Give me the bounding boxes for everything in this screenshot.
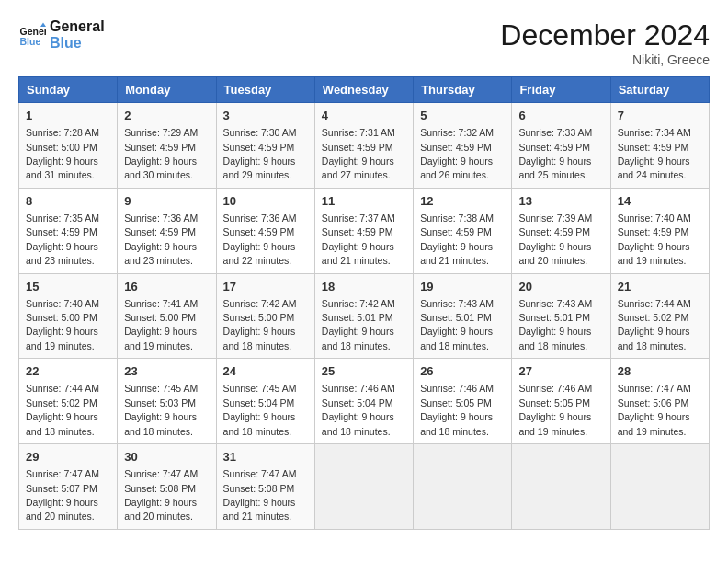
day-info: Sunrise: 7:47 AM Sunset: 5:06 PM Dayligh… — [618, 383, 691, 436]
day-info: Sunrise: 7:31 AM Sunset: 4:59 PM Dayligh… — [322, 127, 395, 180]
day-info: Sunrise: 7:45 AM Sunset: 5:03 PM Dayligh… — [124, 383, 198, 436]
day-info: Sunrise: 7:36 AM Sunset: 4:59 PM Dayligh… — [223, 213, 297, 266]
day-number: 12 — [420, 193, 505, 210]
day-info: Sunrise: 7:47 AM Sunset: 5:08 PM Dayligh… — [223, 468, 297, 522]
day-info: Sunrise: 7:35 AM Sunset: 4:59 PM Dayligh… — [26, 213, 99, 266]
col-header-sunday: Sunday — [19, 77, 118, 103]
day-number: 28 — [618, 363, 702, 380]
calendar-cell: 4Sunrise: 7:31 AM Sunset: 4:59 PM Daylig… — [314, 103, 413, 189]
day-number: 29 — [26, 449, 110, 465]
calendar-table: SundayMondayTuesdayWednesdayThursdayFrid… — [18, 76, 710, 530]
day-number: 9 — [124, 193, 209, 210]
day-info: Sunrise: 7:47 AM Sunset: 5:07 PM Dayligh… — [26, 468, 99, 522]
svg-text:Blue: Blue — [20, 35, 41, 46]
col-header-monday: Monday — [118, 77, 216, 103]
calendar-cell: 6Sunrise: 7:33 AM Sunset: 4:59 PM Daylig… — [512, 103, 610, 189]
day-info: Sunrise: 7:42 AM Sunset: 5:00 PM Dayligh… — [223, 298, 297, 351]
page-header: General Blue General Blue December 2024 … — [18, 18, 710, 67]
day-info: Sunrise: 7:40 AM Sunset: 5:00 PM Dayligh… — [26, 298, 99, 351]
calendar-cell: 22Sunrise: 7:44 AM Sunset: 5:02 PM Dayli… — [19, 359, 118, 444]
day-info: Sunrise: 7:44 AM Sunset: 5:02 PM Dayligh… — [618, 298, 691, 351]
logo: General Blue General Blue — [18, 18, 105, 51]
calendar-cell: 21Sunrise: 7:44 AM Sunset: 5:02 PM Dayli… — [610, 273, 709, 359]
col-header-tuesday: Tuesday — [216, 77, 314, 103]
day-number: 17 — [223, 279, 308, 295]
day-info: Sunrise: 7:28 AM Sunset: 5:00 PM Dayligh… — [26, 127, 99, 180]
calendar-cell: 10Sunrise: 7:36 AM Sunset: 4:59 PM Dayli… — [216, 188, 314, 273]
calendar-cell — [314, 444, 413, 530]
day-info: Sunrise: 7:46 AM Sunset: 5:04 PM Dayligh… — [322, 383, 395, 436]
day-info: Sunrise: 7:46 AM Sunset: 5:05 PM Dayligh… — [518, 383, 592, 436]
day-number: 24 — [223, 363, 308, 380]
day-info: Sunrise: 7:34 AM Sunset: 4:59 PM Dayligh… — [618, 127, 691, 180]
calendar-cell: 25Sunrise: 7:46 AM Sunset: 5:04 PM Dayli… — [314, 359, 413, 444]
logo-general: General — [50, 18, 105, 35]
day-number: 3 — [223, 108, 308, 124]
calendar-cell: 31Sunrise: 7:47 AM Sunset: 5:08 PM Dayli… — [216, 444, 314, 530]
calendar-cell: 13Sunrise: 7:39 AM Sunset: 4:59 PM Dayli… — [512, 188, 610, 273]
calendar-cell: 9Sunrise: 7:36 AM Sunset: 4:59 PM Daylig… — [118, 188, 216, 273]
calendar-cell: 28Sunrise: 7:47 AM Sunset: 5:06 PM Dayli… — [610, 359, 709, 444]
day-info: Sunrise: 7:45 AM Sunset: 5:04 PM Dayligh… — [223, 383, 297, 436]
svg-marker-2 — [40, 22, 46, 27]
calendar-cell: 17Sunrise: 7:42 AM Sunset: 5:00 PM Dayli… — [216, 273, 314, 359]
day-info: Sunrise: 7:44 AM Sunset: 5:02 PM Dayligh… — [26, 383, 99, 436]
day-number: 8 — [26, 193, 110, 210]
calendar-cell: 14Sunrise: 7:40 AM Sunset: 4:59 PM Dayli… — [610, 188, 709, 273]
calendar-cell: 29Sunrise: 7:47 AM Sunset: 5:07 PM Dayli… — [19, 444, 118, 530]
day-info: Sunrise: 7:43 AM Sunset: 5:01 PM Dayligh… — [420, 298, 494, 351]
month-title: December 2024 — [500, 18, 710, 52]
calendar-cell: 18Sunrise: 7:42 AM Sunset: 5:01 PM Dayli… — [314, 273, 413, 359]
calendar-cell — [512, 444, 610, 530]
day-info: Sunrise: 7:32 AM Sunset: 4:59 PM Dayligh… — [420, 127, 494, 180]
calendar-cell: 8Sunrise: 7:35 AM Sunset: 4:59 PM Daylig… — [19, 188, 118, 273]
day-info: Sunrise: 7:38 AM Sunset: 4:59 PM Dayligh… — [420, 213, 494, 266]
day-number: 11 — [322, 193, 406, 210]
calendar-cell: 2Sunrise: 7:29 AM Sunset: 4:59 PM Daylig… — [118, 103, 216, 189]
day-number: 30 — [124, 449, 209, 465]
location: Nikiti, Greece — [500, 52, 710, 67]
calendar-cell: 23Sunrise: 7:45 AM Sunset: 5:03 PM Dayli… — [118, 359, 216, 444]
day-info: Sunrise: 7:47 AM Sunset: 5:08 PM Dayligh… — [124, 468, 198, 522]
col-header-thursday: Thursday — [414, 77, 512, 103]
day-number: 6 — [518, 108, 603, 124]
calendar-cell: 30Sunrise: 7:47 AM Sunset: 5:08 PM Dayli… — [118, 444, 216, 530]
day-info: Sunrise: 7:43 AM Sunset: 5:01 PM Dayligh… — [518, 298, 592, 351]
day-info: Sunrise: 7:29 AM Sunset: 4:59 PM Dayligh… — [124, 127, 198, 180]
day-info: Sunrise: 7:30 AM Sunset: 4:59 PM Dayligh… — [223, 127, 297, 180]
day-number: 22 — [26, 363, 110, 380]
day-info: Sunrise: 7:40 AM Sunset: 4:59 PM Dayligh… — [618, 213, 691, 266]
day-number: 2 — [124, 108, 209, 124]
calendar-cell: 3Sunrise: 7:30 AM Sunset: 4:59 PM Daylig… — [216, 103, 314, 189]
day-info: Sunrise: 7:33 AM Sunset: 4:59 PM Dayligh… — [518, 127, 592, 180]
calendar-cell: 26Sunrise: 7:46 AM Sunset: 5:05 PM Dayli… — [414, 359, 512, 444]
day-info: Sunrise: 7:36 AM Sunset: 4:59 PM Dayligh… — [124, 213, 198, 266]
day-number: 20 — [518, 279, 603, 295]
calendar-cell: 27Sunrise: 7:46 AM Sunset: 5:05 PM Dayli… — [512, 359, 610, 444]
col-header-wednesday: Wednesday — [314, 77, 413, 103]
day-info: Sunrise: 7:46 AM Sunset: 5:05 PM Dayligh… — [420, 383, 494, 436]
calendar-cell: 16Sunrise: 7:41 AM Sunset: 5:00 PM Dayli… — [118, 273, 216, 359]
day-number: 18 — [322, 279, 406, 295]
day-info: Sunrise: 7:41 AM Sunset: 5:00 PM Dayligh… — [124, 298, 198, 351]
day-number: 19 — [420, 279, 505, 295]
day-info: Sunrise: 7:42 AM Sunset: 5:01 PM Dayligh… — [322, 298, 395, 351]
day-number: 5 — [420, 108, 505, 124]
day-number: 31 — [223, 449, 308, 465]
calendar-cell: 19Sunrise: 7:43 AM Sunset: 5:01 PM Dayli… — [414, 273, 512, 359]
day-number: 13 — [518, 193, 603, 210]
day-info: Sunrise: 7:37 AM Sunset: 4:59 PM Dayligh… — [322, 213, 395, 266]
day-number: 10 — [223, 193, 308, 210]
calendar-cell — [414, 444, 512, 530]
day-number: 23 — [124, 363, 209, 380]
day-number: 25 — [322, 363, 406, 380]
calendar-cell: 20Sunrise: 7:43 AM Sunset: 5:01 PM Dayli… — [512, 273, 610, 359]
calendar-cell: 7Sunrise: 7:34 AM Sunset: 4:59 PM Daylig… — [610, 103, 709, 189]
calendar-cell: 24Sunrise: 7:45 AM Sunset: 5:04 PM Dayli… — [216, 359, 314, 444]
day-number: 7 — [618, 108, 702, 124]
calendar-cell: 12Sunrise: 7:38 AM Sunset: 4:59 PM Dayli… — [414, 188, 512, 273]
title-block: December 2024 Nikiti, Greece — [500, 18, 710, 67]
day-info: Sunrise: 7:39 AM Sunset: 4:59 PM Dayligh… — [518, 213, 592, 266]
calendar-cell: 11Sunrise: 7:37 AM Sunset: 4:59 PM Dayli… — [314, 188, 413, 273]
logo-blue: Blue — [50, 35, 105, 52]
